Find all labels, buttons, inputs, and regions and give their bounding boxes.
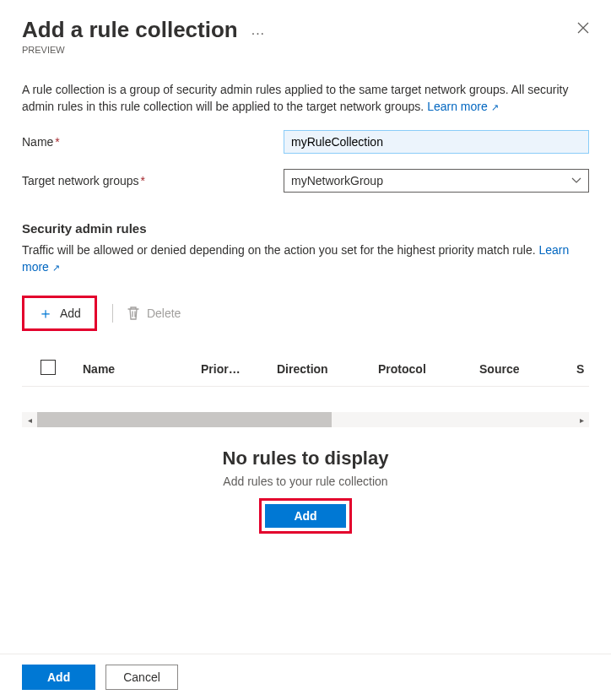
name-label: Name* (22, 135, 284, 149)
external-link-icon: ↗ (52, 263, 60, 273)
external-link-icon: ↗ (491, 102, 499, 112)
plus-icon: ＋ (38, 303, 53, 323)
empty-state-add-button[interactable]: Add (265, 504, 345, 528)
footer-add-button[interactable]: Add (22, 665, 95, 690)
target-groups-label: Target network groups* (22, 174, 284, 187)
description-text: A rule collection is a group of security… (22, 82, 589, 115)
scroll-left-icon[interactable]: ◂ (22, 415, 37, 425)
column-name[interactable]: Name (83, 362, 201, 376)
column-protocol[interactable]: Protocol (378, 362, 479, 376)
target-groups-dropdown[interactable]: myNetworkGroup (284, 169, 589, 193)
column-source[interactable]: Source (479, 362, 576, 376)
more-icon[interactable]: ··· (251, 26, 265, 41)
delete-rule-button[interactable]: Delete (127, 306, 181, 321)
horizontal-scrollbar[interactable]: ◂ ▸ (22, 412, 589, 427)
section-description: Traffic will be allowed or denied depend… (22, 242, 589, 275)
footer-cancel-button[interactable]: Cancel (105, 665, 178, 690)
column-priority[interactable]: Prior… (201, 362, 277, 376)
target-groups-value: myNetworkGroup (291, 174, 383, 187)
add-rule-button[interactable]: ＋ Add (22, 296, 97, 331)
section-title: Security admin rules (22, 221, 589, 236)
add-rule-label: Add (60, 307, 81, 320)
grid-header: Name Prior… Direction Protocol Source S (22, 355, 589, 387)
column-source-port[interactable]: S (576, 362, 589, 376)
page-title: Add a rule collection (22, 17, 238, 43)
empty-state-subtitle: Add rules to your rule collection (22, 475, 589, 488)
select-all-checkbox[interactable] (41, 360, 56, 375)
name-input[interactable] (284, 130, 589, 154)
toolbar-separator (112, 304, 113, 323)
empty-state-add-highlight: Add (259, 498, 351, 534)
footer-bar: Add Cancel (0, 654, 611, 700)
preview-badge: PREVIEW (22, 45, 589, 55)
scroll-thumb[interactable] (37, 412, 332, 427)
chevron-down-icon (571, 175, 581, 187)
column-direction[interactable]: Direction (277, 362, 378, 376)
trash-icon (127, 306, 140, 321)
close-icon[interactable] (577, 20, 589, 38)
learn-more-link[interactable]: Learn more ↗ (427, 100, 498, 113)
delete-rule-label: Delete (147, 307, 181, 320)
scroll-right-icon[interactable]: ▸ (574, 415, 589, 425)
empty-state-title: No rules to display (22, 448, 589, 469)
